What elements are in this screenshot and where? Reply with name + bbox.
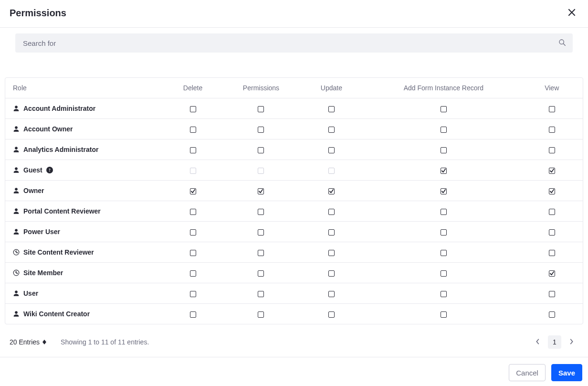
permission-checkbox[interactable] [441, 106, 447, 112]
permission-checkbox[interactable] [328, 188, 335, 194]
entries-selector[interactable]: 20 Entries [10, 338, 46, 346]
user-icon [13, 146, 20, 153]
permission-checkbox[interactable] [328, 291, 335, 297]
close-icon [567, 8, 577, 19]
permission-checkbox[interactable] [549, 106, 555, 112]
permission-checkbox [190, 168, 196, 174]
permission-checkbox[interactable] [441, 209, 447, 215]
user-icon [13, 187, 20, 194]
entries-label: 20 Entries [10, 338, 40, 346]
permission-checkbox[interactable] [549, 250, 555, 256]
role-name: Owner [23, 187, 44, 194]
column-header: Update [304, 78, 360, 98]
permission-checkbox[interactable] [258, 209, 264, 215]
permission-checkbox[interactable] [190, 311, 196, 318]
permission-checkbox[interactable] [549, 188, 555, 194]
column-header: Add Form Instance Record [359, 78, 527, 98]
permission-checkbox[interactable] [549, 311, 555, 318]
search-bar[interactable] [15, 33, 573, 53]
search-input[interactable] [22, 39, 558, 48]
role-name: Wiki Content Creator [23, 310, 90, 318]
showing-text: Showing 1 to 11 of 11 entries. [61, 338, 149, 346]
column-header: View [527, 78, 583, 98]
permission-checkbox[interactable] [190, 106, 196, 112]
permission-checkbox[interactable] [258, 147, 264, 153]
permission-checkbox[interactable] [549, 168, 555, 174]
permission-checkbox[interactable] [328, 270, 335, 277]
table-row: Guest [5, 160, 583, 181]
permission-checkbox[interactable] [328, 311, 335, 318]
permission-checkbox [328, 168, 335, 174]
chevron-right-icon [569, 338, 574, 346]
svg-line-1 [563, 43, 566, 46]
page-title: Permissions [10, 8, 66, 19]
permission-checkbox[interactable] [190, 270, 196, 277]
role-name: Portal Content Reviewer [23, 207, 101, 215]
permission-checkbox[interactable] [549, 147, 555, 153]
table-row: Account Owner [5, 119, 583, 139]
permission-checkbox[interactable] [190, 250, 196, 256]
permission-checkbox[interactable] [549, 209, 555, 215]
permission-checkbox[interactable] [441, 229, 447, 236]
table-row: Site Member [5, 263, 583, 283]
user-icon [13, 105, 20, 112]
role-name: Site Member [23, 269, 63, 277]
permission-checkbox[interactable] [258, 291, 264, 297]
permission-checkbox[interactable] [258, 229, 264, 236]
permission-checkbox[interactable] [549, 270, 555, 277]
permission-checkbox[interactable] [441, 168, 447, 174]
user-icon [13, 167, 20, 173]
permission-checkbox [258, 168, 264, 174]
permission-checkbox[interactable] [328, 229, 335, 236]
permission-checkbox[interactable] [549, 127, 555, 133]
table-row: User [5, 283, 583, 304]
table-row: Analytics Administrator [5, 139, 583, 160]
permission-checkbox[interactable] [549, 291, 555, 297]
site-icon [13, 249, 20, 256]
table-row: Account Administrator [5, 98, 583, 119]
permission-checkbox[interactable] [258, 270, 264, 277]
permission-checkbox[interactable] [190, 229, 196, 236]
permission-checkbox[interactable] [190, 188, 196, 194]
permission-checkbox[interactable] [258, 188, 264, 194]
permission-checkbox[interactable] [190, 291, 196, 297]
cancel-button[interactable]: Cancel [509, 364, 546, 381]
permission-checkbox[interactable] [328, 106, 335, 112]
permission-checkbox[interactable] [190, 127, 196, 133]
save-button[interactable]: Save [551, 364, 582, 381]
column-header: Role [5, 78, 167, 98]
permission-checkbox[interactable] [441, 311, 447, 318]
chevron-left-icon [536, 338, 540, 346]
table-row: Portal Content Reviewer [5, 201, 583, 222]
role-name: Analytics Administrator [23, 146, 98, 153]
permission-checkbox[interactable] [441, 250, 447, 256]
permission-checkbox[interactable] [190, 147, 196, 153]
permission-checkbox[interactable] [328, 250, 335, 256]
permission-checkbox[interactable] [441, 147, 447, 153]
current-page[interactable]: 1 [548, 335, 561, 349]
svg-point-0 [559, 40, 564, 44]
permission-checkbox[interactable] [190, 209, 196, 215]
permission-checkbox[interactable] [328, 147, 335, 153]
permission-checkbox[interactable] [441, 291, 447, 297]
permission-checkbox[interactable] [441, 188, 447, 194]
permission-checkbox[interactable] [328, 209, 335, 215]
permission-checkbox[interactable] [441, 270, 447, 277]
permission-checkbox[interactable] [258, 106, 264, 112]
user-icon [13, 208, 20, 214]
close-button[interactable] [565, 6, 578, 21]
prev-page-button[interactable] [531, 335, 545, 349]
permission-checkbox[interactable] [328, 127, 335, 133]
paginator: 1 [531, 335, 578, 349]
permission-checkbox[interactable] [258, 250, 264, 256]
permission-checkbox[interactable] [258, 311, 264, 318]
table-row: Power User [5, 222, 583, 242]
site-icon [13, 269, 20, 276]
role-name: Power User [23, 228, 60, 236]
table-row: Owner [5, 181, 583, 201]
help-icon[interactable] [46, 167, 53, 173]
permission-checkbox[interactable] [441, 127, 447, 133]
permission-checkbox[interactable] [258, 127, 264, 133]
next-page-button[interactable] [564, 335, 578, 349]
permission-checkbox[interactable] [549, 229, 555, 236]
